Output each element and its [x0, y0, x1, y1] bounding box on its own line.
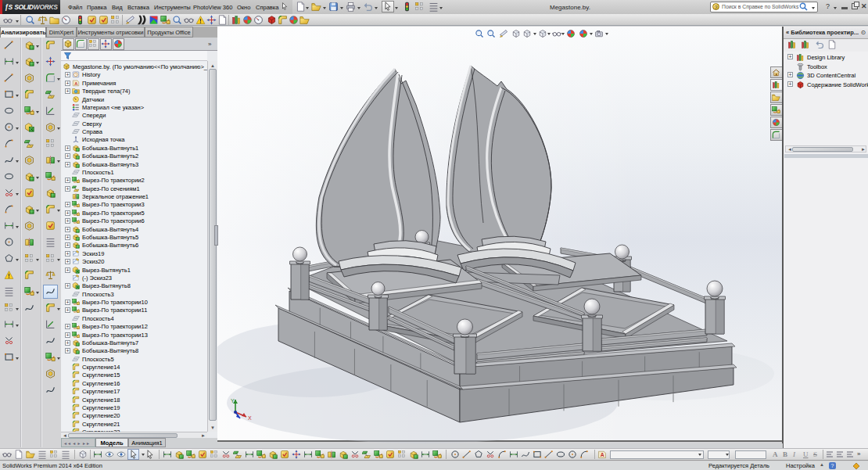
svg-text:Y: Y — [231, 398, 235, 404]
svg-text:X: X — [248, 415, 252, 421]
